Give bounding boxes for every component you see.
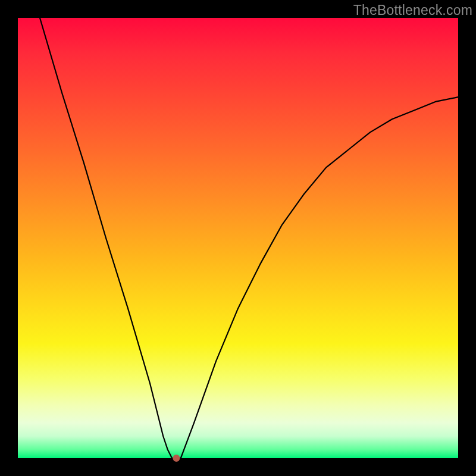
- curve-svg: [18, 18, 458, 458]
- minimum-point-marker: [173, 455, 180, 462]
- watermark-label: TheBottleneck.com: [353, 2, 472, 18]
- bottleneck-curve: [40, 18, 458, 458]
- plot-area: [18, 18, 458, 458]
- chart-container: TheBottleneck.com: [0, 0, 476, 476]
